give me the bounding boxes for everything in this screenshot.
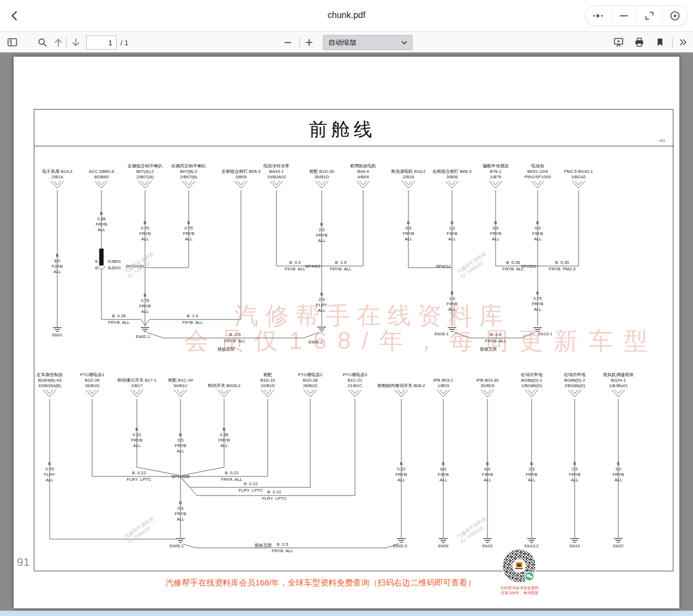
expand-icon xyxy=(643,10,655,22)
document-title: chunk.pdf xyxy=(109,10,584,20)
wire-spec-label: B 0.22FLRY LPTC xyxy=(126,470,151,482)
arrow-up-icon xyxy=(53,37,64,48)
bookmark-button[interactable] xyxy=(653,35,667,50)
wire-spec-label: B 1.0F9YB ALL xyxy=(182,313,203,325)
page-count-label: / 1 xyxy=(120,39,128,47)
wire-spec-label: B 0.5 FRYB ALL xyxy=(174,500,186,522)
wire-spec-label: B 0.22FRYA ALL xyxy=(221,470,242,482)
wire-spec-label: B 0.5 F9YB ALL xyxy=(532,220,543,242)
presentation-icon xyxy=(613,37,624,48)
divider xyxy=(299,37,300,47)
plus-icon xyxy=(304,38,314,47)
wire-spec-label: B 0.5FRYB ALL xyxy=(272,542,293,554)
zoom-out-button[interactable] xyxy=(280,35,295,50)
wire-spec-label: B 8.0 F2XB ALL xyxy=(52,253,63,275)
more-tools-button[interactable] xyxy=(676,35,690,50)
pdf-viewer-area[interactable]: 汽修帮手资料库ID: 7496002 汽修帮手资料库ID: 7496002 汽修… xyxy=(0,53,693,616)
watermark-line2: 会员仅168/年，每周更新车型 xyxy=(184,325,659,357)
sidebar-toggle-button[interactable] xyxy=(5,35,20,50)
wire-spec-label: B 0.22FLRY LPTC xyxy=(238,481,263,493)
bookmark-icon xyxy=(655,37,665,47)
window-controls xyxy=(585,5,688,26)
wire-spec-label: B 0.75 FRYB ALL xyxy=(532,291,543,312)
inline-connector-code: DJB01 xyxy=(108,259,121,264)
wire-spec-label: B 1.0 F9YB ALL xyxy=(447,220,457,242)
inline-pin-number: 6 xyxy=(95,265,98,270)
back-button[interactable] xyxy=(7,8,23,24)
zoom-mode-label: 自动缩放 xyxy=(328,38,401,47)
minimize-icon xyxy=(618,10,630,22)
page-number-input[interactable] xyxy=(86,35,117,50)
wire-spec-label: B 0.22FLRY LPTC xyxy=(262,490,286,502)
wire-spec-label: B 0.35 FRYB ALL xyxy=(218,427,230,449)
wire-spec-label: B 0.35FRYB PM2.5 xyxy=(549,260,576,272)
chevron-down-icon xyxy=(401,41,407,45)
ground-label: Eb05-1 xyxy=(170,543,184,548)
double-chevron-icon xyxy=(678,37,688,47)
divider xyxy=(672,37,673,47)
sidebar-icon xyxy=(7,37,18,48)
splice-label: SP4002 xyxy=(305,264,321,269)
previous-page-button[interactable] xyxy=(51,35,65,50)
connector-bottom: 鼓风机调速模块BG24-11/BJBo01 xyxy=(582,372,654,398)
minus-icon xyxy=(283,38,293,47)
corner-page-number: 91 xyxy=(17,555,29,569)
wire-spec-label: B 2.0 FRYB ALL xyxy=(316,222,327,244)
presentation-mode-button[interactable] xyxy=(611,35,626,50)
pdf-toolbar: / 1 自动缩放 xyxy=(0,32,693,53)
splice-label: SP1902B xyxy=(171,474,190,479)
ground-label: Eb14 xyxy=(570,543,580,548)
print-button[interactable] xyxy=(632,35,647,50)
search-icon xyxy=(37,37,48,48)
target-icon xyxy=(668,9,682,22)
ellipsis-icon xyxy=(592,9,605,22)
wire-spec-label: B 2.5 FRYB ALL xyxy=(569,461,580,483)
qr-code xyxy=(501,548,538,585)
find-button[interactable] xyxy=(35,35,50,50)
inline-connector-code: BJD01 xyxy=(108,265,121,270)
splice-label: SP2501 xyxy=(521,264,537,269)
inline-pin-number: 6 xyxy=(95,259,98,264)
minimize-button[interactable] xyxy=(611,6,636,25)
wire-spec-label: B 0.35FRYB ALL xyxy=(108,313,129,325)
chevron-left-icon xyxy=(9,10,21,22)
next-page-button[interactable] xyxy=(68,35,83,50)
wire-spec-label: B 6.0 F9YB ALL xyxy=(482,461,493,483)
arrow-down-icon xyxy=(70,37,81,48)
wire-spec-label: B 0.35 FRYB ALL xyxy=(95,211,107,233)
wire-spec-label: B 0.75 FRYB ALL xyxy=(139,293,150,315)
pdf-page: 汽修帮手资料库ID: 7496002 汽修帮手资料库ID: 7496002 汽修… xyxy=(14,57,679,608)
connector-top: PM2.5 BG42-11/BG42 xyxy=(543,169,614,189)
ground-label: Eb02-2 xyxy=(393,543,407,548)
more-options-button[interactable] xyxy=(586,6,611,25)
wire-spec-label: B 6.0 F9YB ALL xyxy=(438,461,449,483)
zoom-mode-select[interactable]: 自动缩放 xyxy=(323,35,413,50)
splice-label: SP4011 xyxy=(436,264,451,269)
wire-spec-label: B 0.75 FRYB ALL xyxy=(183,220,194,242)
zoom-in-button[interactable] xyxy=(302,35,316,50)
wire-spec-label: B 0.5F9YB ALL xyxy=(285,260,305,272)
title-bar: chunk.pdf xyxy=(0,0,693,32)
wire-spec-label: B 0.5 FRYB ALL xyxy=(402,220,414,242)
qr-caption: 扫码查询全球车型资料 仅需168/年，每周更新 xyxy=(497,585,543,595)
record-button[interactable] xyxy=(662,6,688,25)
wire-spec-label: B 3.0 FRYB ALL xyxy=(612,461,624,483)
wire-spec-label: B 0.5 FRYB ALL xyxy=(174,432,186,454)
qr-code-image xyxy=(501,548,538,585)
wire-spec-label: B 2.5 FRYB ALL xyxy=(526,461,537,483)
wire-spec-label: B 0.22 FRYB ALL xyxy=(131,427,142,449)
ground-label: Eb02-1 xyxy=(136,334,150,339)
wire-spec-label: B 0.22 FRYB ALL xyxy=(395,461,407,483)
wire-spec-label: B 0.75 FLRY ALL xyxy=(44,461,55,483)
ground-label: Eb01 xyxy=(52,333,63,337)
expand-button[interactable] xyxy=(636,6,662,25)
bottom-edge-strip xyxy=(0,611,693,616)
ground-label: Eb22 xyxy=(613,543,624,548)
text-label: 搭铁互联 xyxy=(255,542,272,548)
wire-spec-label: B 0.75 FRYB ALL xyxy=(139,220,150,242)
printer-icon xyxy=(634,37,645,48)
divider xyxy=(66,37,67,47)
app-window: chunk.pdf xyxy=(0,0,693,616)
ground-label: Eb10 xyxy=(483,543,493,548)
wire-spec-label: B 2.5FRYB ALL xyxy=(330,260,351,272)
